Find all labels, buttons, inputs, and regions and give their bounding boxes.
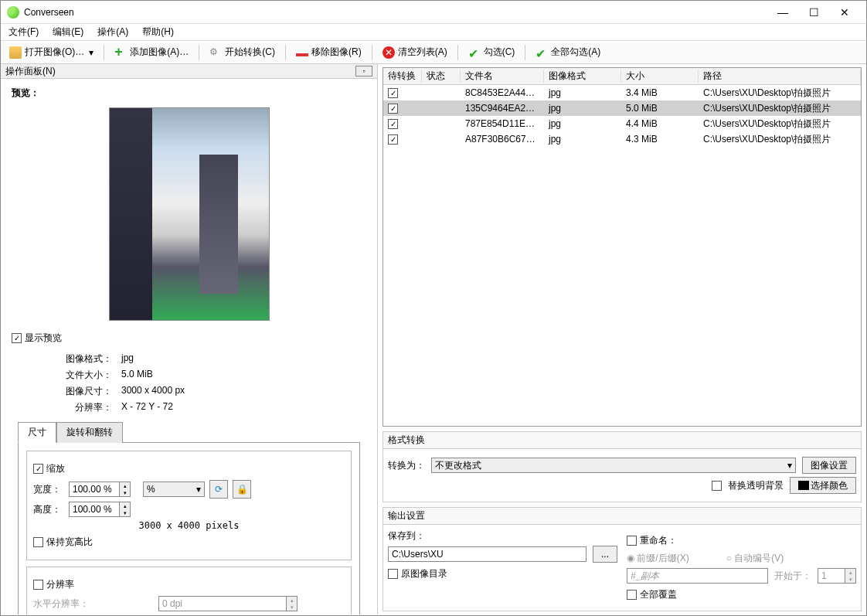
resolution-label: 分辨率 <box>46 578 74 591</box>
horiz-res-label: 水平分辨率： <box>33 597 95 611</box>
image-settings-button[interactable]: 图像设置 <box>802 457 856 474</box>
overwrite-checkbox[interactable] <box>627 590 637 600</box>
overwrite-label: 全部覆盖 <box>640 588 677 601</box>
x-circle-icon: ✕ <box>382 46 395 59</box>
save-to-label: 保存到： <box>388 529 617 543</box>
table-row[interactable]: ✓787E854D11E…jpg4.4 MiBC:\Users\XU\Deskt… <box>383 116 861 131</box>
minus-icon <box>296 53 308 56</box>
tab-rotate[interactable]: 旋转和翻转 <box>56 422 123 443</box>
row-checkbox[interactable]: ✓ <box>388 104 398 114</box>
height-label: 高度： <box>33 503 64 516</box>
check-icon: ✔ <box>468 46 481 59</box>
height-input[interactable]: 100.00 %▴▾ <box>69 502 131 517</box>
plus-icon: + <box>114 46 127 59</box>
minimize-button[interactable]: — <box>767 2 798 23</box>
app-title: Converseen <box>24 7 767 18</box>
format-select[interactable]: 不更改格式 <box>431 458 796 473</box>
prefix-radio[interactable]: ◉ 前缀/后缀(X) <box>627 552 689 565</box>
right-panel: 待转换 状态 文件名 图像格式 大小 路径 ✓8C8453E2A44…jpg3.… <box>378 64 866 614</box>
rename-label: 重命名： <box>640 534 677 547</box>
width-label: 宽度： <box>33 483 64 496</box>
row-checkbox[interactable]: ✓ <box>388 134 398 145</box>
table-row[interactable]: ✓A87F30B6C67…jpg4.3 MiBC:\Users\XU\Deskt… <box>383 131 861 147</box>
unit-select[interactable]: % <box>143 482 205 497</box>
choose-color-button[interactable]: 选择颜色 <box>790 477 856 494</box>
folder-icon <box>9 46 22 59</box>
image-meta: 图像格式：jpg 文件大小：5.0 MiB 图像尺寸：3000 x 4000 p… <box>58 352 320 414</box>
orig-dir-label: 原图像目录 <box>401 567 447 580</box>
refresh-button[interactable]: ⟳ <box>209 480 228 499</box>
maximize-button[interactable]: ☐ <box>798 2 829 23</box>
preview-label: 预览： <box>12 87 366 100</box>
rename-checkbox[interactable] <box>627 536 637 546</box>
remove-image-button[interactable]: 移除图像(R) <box>291 43 367 62</box>
col-size[interactable]: 大小 <box>621 70 699 83</box>
check-button[interactable]: ✔勾选(C) <box>463 43 521 62</box>
browse-button[interactable]: ... <box>593 546 617 563</box>
title-bar: Converseen — ☐ ✕ <box>1 1 866 24</box>
keep-ratio-checkbox[interactable] <box>33 537 43 547</box>
replace-bg-label: 替换透明背景 <box>728 479 784 492</box>
show-preview-label: 显示预览 <box>25 332 62 345</box>
menu-action[interactable]: 操作(A) <box>94 24 131 40</box>
scale-checkbox[interactable]: ✓ <box>33 464 43 474</box>
refresh-icon: ⟳ <box>215 484 223 495</box>
scale-label: 缩放 <box>46 462 65 475</box>
lock-button[interactable]: 🔒 <box>233 480 251 499</box>
start-at-input[interactable]: 1▴▾ <box>818 568 856 584</box>
table-row[interactable]: ✓135C9464EA2…jpg5.0 MiBC:\Users\XU\Deskt… <box>383 100 861 116</box>
dock-button[interactable]: ▫ <box>355 66 372 77</box>
col-status[interactable]: 状态 <box>422 70 461 83</box>
menu-help[interactable]: 帮助(H) <box>139 24 177 40</box>
orig-dir-checkbox[interactable] <box>388 569 398 579</box>
row-checkbox[interactable]: ✓ <box>388 88 398 98</box>
close-button[interactable]: ✕ <box>829 2 860 23</box>
toolbar: 打开图像(O)…▾ +添加图像(A)… ⚙开始转换(C) 移除图像(R) ✕清空… <box>1 41 866 64</box>
menu-bar: 文件(F) 编辑(E) 操作(A) 帮助(H) <box>1 24 866 41</box>
open-images-button[interactable]: 打开图像(O)…▾ <box>4 43 99 62</box>
width-input[interactable]: 100.00 %▴▾ <box>69 482 131 497</box>
resolution-checkbox[interactable] <box>33 580 43 590</box>
format-section-title: 格式转换 <box>382 431 862 448</box>
panel-header: 操作面板(N) ▫ <box>1 64 377 79</box>
show-preview-checkbox[interactable]: ✓ <box>12 333 22 343</box>
auto-radio[interactable]: ○ 自动编号(V) <box>726 552 784 565</box>
lock-icon: 🔒 <box>236 484 248 495</box>
pixel-dims: 3000 x 4000 pixels <box>33 520 345 531</box>
keep-ratio-label: 保持宽高比 <box>46 536 93 549</box>
add-images-button[interactable]: +添加图像(A)… <box>109 43 194 62</box>
panel-title: 操作面板(N) <box>5 65 355 78</box>
start-convert-button[interactable]: ⚙开始转换(C) <box>204 43 280 62</box>
check-all-button[interactable]: ✔全部勾选(A) <box>530 43 606 62</box>
table-row[interactable]: ✓8C8453E2A44…jpg3.4 MiBC:\Users\XU\Deskt… <box>383 85 861 100</box>
start-at-label: 开始于： <box>774 570 811 583</box>
replace-bg-checkbox[interactable] <box>712 481 722 491</box>
left-panel: 操作面板(N) ▫ 预览： ✓显示预览 图像格式：jpg 文件大小：5.0 Mi… <box>1 64 378 614</box>
col-path[interactable]: 路径 <box>699 70 861 83</box>
preview-image <box>109 107 270 321</box>
col-filename[interactable]: 文件名 <box>461 70 544 83</box>
check-all-icon: ✔ <box>536 46 548 59</box>
save-path-input[interactable]: C:\Users\XU <box>388 546 586 562</box>
convert-to-label: 转换为： <box>388 459 425 472</box>
tab-size[interactable]: 尺寸 <box>18 422 56 443</box>
menu-file[interactable]: 文件(F) <box>5 24 42 40</box>
col-convert[interactable]: 待转换 <box>383 70 422 83</box>
clear-list-button[interactable]: ✕清空列表(A) <box>377 43 453 62</box>
suffix-input[interactable]: #_副本 <box>627 568 768 584</box>
col-format[interactable]: 图像格式 <box>544 70 621 83</box>
output-section-title: 输出设置 <box>382 507 862 524</box>
color-swatch <box>798 481 809 490</box>
row-checkbox[interactable]: ✓ <box>388 119 398 129</box>
file-table: 待转换 状态 文件名 图像格式 大小 路径 ✓8C8453E2A44…jpg3.… <box>382 67 862 427</box>
app-icon <box>7 6 19 19</box>
horiz-res-input[interactable]: 0 dpi▴▾ <box>158 596 298 611</box>
menu-edit[interactable]: 编辑(E) <box>49 24 87 40</box>
gear-icon: ⚙ <box>209 46 222 59</box>
